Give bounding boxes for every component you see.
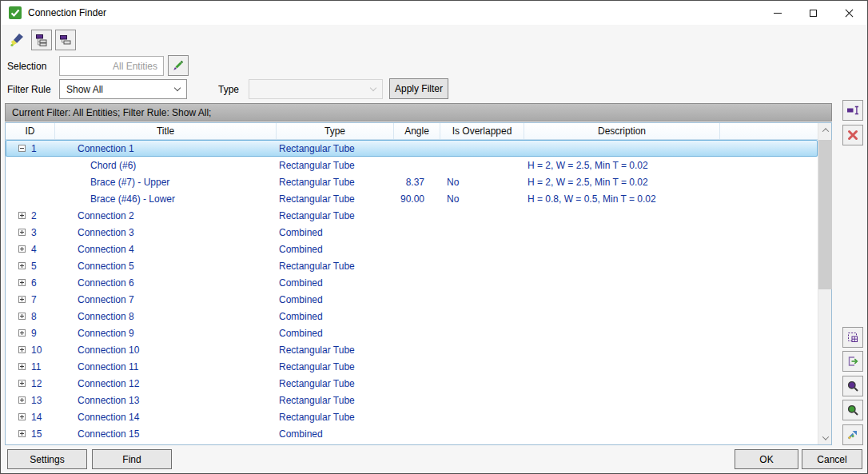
filter-rule-value: Show All xyxy=(66,84,103,95)
scroll-down-button[interactable] xyxy=(818,431,832,444)
cell-overlapped xyxy=(440,341,524,358)
zoom-all-button[interactable] xyxy=(842,400,863,420)
column-header-description[interactable]: Description xyxy=(524,123,720,139)
maximize-button[interactable] xyxy=(795,1,831,25)
cell-id: 5 xyxy=(6,257,55,274)
type-select[interactable] xyxy=(249,79,383,99)
cell-description xyxy=(524,408,818,425)
table-row[interactable]: 6Connection 6Combined xyxy=(6,274,818,291)
cancel-button[interactable]: Cancel xyxy=(802,449,862,469)
cell-id: 3 xyxy=(6,224,55,241)
expand-plus-icon[interactable] xyxy=(18,313,26,320)
cell-description xyxy=(524,341,818,358)
chart-button[interactable] xyxy=(842,424,863,445)
table-row[interactable]: 7Connection 7Combined xyxy=(6,291,818,308)
selection-input[interactable] xyxy=(59,56,164,76)
table-row[interactable]: Brace (#46) - LowerRectangular Tube90.00… xyxy=(6,190,818,207)
table-row[interactable]: 4Connection 4Combined xyxy=(6,241,818,257)
apply-filter-button[interactable]: Apply Filter xyxy=(389,78,448,99)
cell-description xyxy=(524,274,818,291)
cell-description xyxy=(524,241,818,257)
filter-rule-label: Filter Rule xyxy=(7,84,51,95)
table-row[interactable]: 2Connection 2Rectangular Tube xyxy=(6,207,818,224)
cell-title: Connection 10 xyxy=(55,341,277,358)
table-row[interactable]: Chord (#6)Rectangular TubeH = 2, W = 2.5… xyxy=(6,157,818,173)
table-row[interactable]: 10Connection 10Rectangular Tube xyxy=(6,341,818,358)
close-icon xyxy=(845,9,854,18)
expand-plus-icon[interactable] xyxy=(18,279,26,286)
cell-title: Chord (#6) xyxy=(55,157,277,173)
table-row[interactable]: Brace (#7) - UpperRectangular Tube8.37No… xyxy=(6,173,818,190)
expand-plus-icon[interactable] xyxy=(18,329,26,337)
cell-id: 10 xyxy=(6,341,55,358)
cell-type: Rectangular Tube xyxy=(277,392,394,408)
cell-id xyxy=(6,157,55,173)
scroll-up-button[interactable] xyxy=(818,123,832,137)
minimize-button[interactable] xyxy=(759,1,795,25)
expand-plus-icon[interactable] xyxy=(18,346,26,353)
cell-angle xyxy=(394,257,440,274)
column-header-angle[interactable]: Angle xyxy=(394,123,440,139)
expand-plus-icon[interactable] xyxy=(18,262,26,269)
column-header-title[interactable]: Title xyxy=(55,123,277,139)
column-header-id[interactable]: ID xyxy=(6,123,55,139)
expand-plus-icon[interactable] xyxy=(18,430,26,437)
table-row[interactable]: 14Connection 14Rectangular Tube xyxy=(6,408,818,425)
expand-all-button[interactable] xyxy=(31,30,52,50)
cell-type: Combined xyxy=(277,325,394,341)
table-row[interactable]: 1Connection 1Rectangular Tube xyxy=(6,140,818,157)
table-row[interactable]: 12Connection 12Rectangular Tube xyxy=(6,375,818,392)
cell-angle xyxy=(394,140,440,157)
cell-overlapped xyxy=(440,408,524,425)
expand-plus-icon[interactable] xyxy=(18,229,26,236)
export-icon xyxy=(846,355,859,368)
expand-plus-icon[interactable] xyxy=(18,245,26,253)
table-row[interactable]: 9Connection 9Combined xyxy=(6,325,818,341)
zoom-all-icon xyxy=(846,404,859,416)
table-row[interactable]: 11Connection 11Rectangular Tube xyxy=(6,358,818,375)
connections-grid: ID Title Type Angle Is Overlapped Descri… xyxy=(5,122,832,445)
find-button[interactable]: Find xyxy=(92,449,172,469)
expand-plus-icon[interactable] xyxy=(18,296,26,303)
expand-plus-icon[interactable] xyxy=(18,380,26,387)
expand-plus-icon[interactable] xyxy=(18,396,26,404)
cell-id: 1 xyxy=(6,140,55,157)
close-button[interactable] xyxy=(831,1,867,25)
cell-title: Connection 14 xyxy=(55,408,277,425)
column-header-overlapped[interactable]: Is Overlapped xyxy=(440,123,524,139)
cell-id: 4 xyxy=(6,241,55,257)
table-row[interactable]: 5Connection 5Rectangular Tube xyxy=(6,257,818,274)
cell-title: Connection 3 xyxy=(55,224,277,241)
cell-type: Rectangular Tube xyxy=(277,157,394,173)
expand-plus-icon[interactable] xyxy=(18,363,26,370)
vertical-scrollbar[interactable] xyxy=(818,123,831,444)
expand-plus-icon[interactable] xyxy=(18,413,26,420)
column-header-type[interactable]: Type xyxy=(277,123,394,139)
table-row[interactable]: 3Connection 3Combined xyxy=(6,224,818,241)
delete-button[interactable] xyxy=(842,125,863,145)
settings-button[interactable]: Settings xyxy=(7,449,87,469)
ok-button[interactable]: OK xyxy=(735,449,798,469)
rename-button[interactable] xyxy=(842,100,863,121)
select-elements-button[interactable] xyxy=(842,327,863,348)
selection-picker-button[interactable] xyxy=(168,55,189,76)
expand-plus-icon[interactable] xyxy=(18,212,26,219)
collapse-all-button[interactable] xyxy=(55,30,76,50)
highlight-brush-button[interactable] xyxy=(7,30,28,50)
collapse-minus-icon[interactable] xyxy=(18,145,26,152)
table-row[interactable]: 8Connection 8Combined xyxy=(6,308,818,325)
cell-id: 2 xyxy=(6,207,55,224)
zoom-selected-button[interactable] xyxy=(842,376,863,396)
filter-rule-select[interactable]: Show All xyxy=(59,79,187,99)
table-row[interactable]: 15Connection 15Combined xyxy=(6,425,818,442)
export-button[interactable] xyxy=(842,351,863,372)
cell-overlapped xyxy=(440,291,524,308)
cell-type: Rectangular Tube xyxy=(277,140,394,157)
table-row[interactable]: 13Connection 13Rectangular Tube xyxy=(6,392,818,408)
cell-overlapped xyxy=(440,358,524,375)
cell-angle xyxy=(394,375,440,392)
scrollbar-thumb[interactable] xyxy=(818,140,832,289)
cell-title: Connection 5 xyxy=(55,257,277,274)
cell-overlapped xyxy=(440,308,524,325)
cell-overlapped xyxy=(440,325,524,341)
